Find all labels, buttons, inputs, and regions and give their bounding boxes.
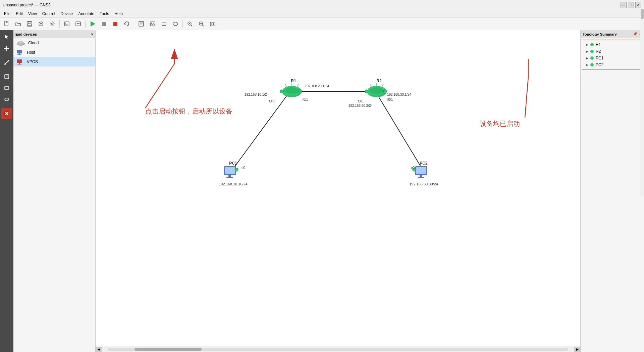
- svg-line-55: [379, 97, 423, 170]
- svg-rect-0: [5, 21, 8, 26]
- pc1-ip: 192.168.10.10/24: [219, 182, 248, 186]
- topo-label-r1: R1: [596, 42, 601, 47]
- add-link-tool[interactable]: [1, 57, 12, 68]
- new-button[interactable]: [1, 19, 12, 29]
- start-all-button[interactable]: [87, 19, 98, 29]
- svg-rect-73: [225, 167, 235, 174]
- topology-pin[interactable]: 📌: [633, 32, 638, 36]
- draw-ellipse-button[interactable]: [170, 19, 181, 29]
- open-button[interactable]: [13, 19, 23, 29]
- pc2-ip: 192.168.30.30/24: [409, 182, 438, 186]
- svg-point-33: [4, 63, 6, 65]
- router-r2[interactable]: [365, 83, 387, 97]
- menu-device[interactable]: Device: [58, 11, 76, 17]
- ellipse-tool[interactable]: [1, 94, 12, 105]
- svg-rect-32: [212, 22, 213, 23]
- svg-rect-74: [228, 175, 231, 177]
- hscroll-thumb[interactable]: [135, 348, 202, 351]
- toolbar: [0, 17, 644, 30]
- svg-point-46: [19, 41, 22, 44]
- minimize-button[interactable]: —: [621, 2, 627, 8]
- svg-rect-14: [113, 22, 117, 26]
- stop-device-tool[interactable]: [1, 108, 12, 119]
- r1-f00-label: f0/0: [269, 99, 275, 103]
- snapshot-button[interactable]: [36, 19, 46, 29]
- terminal-button[interactable]: [61, 19, 72, 29]
- draw-tool[interactable]: [1, 83, 12, 93]
- draw-rect-button[interactable]: [159, 19, 169, 29]
- annotation-start-devices: 点击启动按钮，启动所以设备: [145, 107, 232, 115]
- devices-close[interactable]: ×: [91, 32, 93, 36]
- pointer-tool[interactable]: [1, 32, 12, 42]
- menu-file[interactable]: File: [1, 11, 13, 17]
- svg-rect-78: [416, 167, 426, 174]
- screenshot-button[interactable]: [207, 19, 218, 29]
- canvas-scrollable: R1 192.168.20.1/24 f0/0 f0/1 192.168.10.…: [96, 30, 580, 346]
- save-button[interactable]: [24, 19, 35, 29]
- canvas-hscroll[interactable]: ◀ ▶: [96, 346, 580, 352]
- zoom-out-button[interactable]: [196, 19, 207, 29]
- close-button[interactable]: ✕: [635, 2, 641, 8]
- zoom-in-button[interactable]: [184, 19, 195, 29]
- topo-dot-pc2: [590, 63, 594, 67]
- svg-line-53: [232, 96, 287, 170]
- edit-notes-button[interactable]: [136, 19, 147, 29]
- pc2-port-label: e0: [411, 166, 415, 170]
- menu-control[interactable]: Control: [40, 11, 58, 17]
- svg-point-66: [370, 87, 383, 94]
- topo-item-r1[interactable]: ▶ R1: [584, 41, 641, 48]
- canvas-area[interactable]: R1 192.168.20.1/24 f0/0 f0/1 192.168.10.…: [96, 30, 580, 352]
- device-host-label: Host: [27, 50, 35, 55]
- svg-line-28: [202, 25, 204, 26]
- svg-rect-80: [418, 177, 424, 178]
- topo-dot-r2: [590, 50, 594, 53]
- svg-rect-47: [17, 50, 22, 53]
- svg-point-58: [285, 87, 299, 94]
- reload-button[interactable]: [121, 19, 132, 29]
- device-host[interactable]: Host: [13, 48, 95, 57]
- svg-rect-38: [5, 87, 9, 89]
- svg-rect-49: [17, 54, 21, 55]
- menu-edit[interactable]: Edit: [13, 11, 25, 17]
- menu-view[interactable]: View: [25, 11, 40, 17]
- menu-tools[interactable]: Tools: [97, 11, 112, 17]
- svg-rect-30: [210, 22, 215, 26]
- pause-all-button[interactable]: [99, 19, 109, 29]
- device-vpcs[interactable]: VPCS: [13, 57, 95, 67]
- pc2-device[interactable]: [413, 166, 427, 178]
- svg-rect-13: [104, 22, 106, 26]
- r1-ip-left: 192.168.10.1/24: [245, 93, 269, 96]
- topo-item-r2[interactable]: ▶ R2: [584, 48, 641, 55]
- title-bar: Unsaved project* — GNS3 — □ ✕: [0, 0, 644, 10]
- main-area: End devices × Cloud Host VPCS: [0, 30, 644, 352]
- sep3: [134, 20, 134, 28]
- menu-annotate[interactable]: Annotate: [75, 11, 97, 17]
- pc1-label: PC1: [229, 161, 237, 166]
- svg-line-67: [370, 84, 372, 87]
- svg-marker-11: [91, 21, 95, 27]
- pc1-device[interactable]: [224, 166, 238, 178]
- svg-line-69: [382, 84, 383, 87]
- topology-vscroll[interactable]: [640, 8, 644, 196]
- insert-image-button[interactable]: [147, 19, 158, 29]
- svg-rect-7: [64, 22, 69, 26]
- r1-f01-label: f0/1: [303, 98, 308, 101]
- maximize-button[interactable]: □: [628, 2, 634, 8]
- topo-label-pc2: PC2: [596, 62, 603, 67]
- r1-ip-top: 192.168.20.1/24: [305, 84, 329, 88]
- device-cloud[interactable]: Cloud: [13, 38, 95, 48]
- menu-help[interactable]: Help: [112, 11, 125, 17]
- svg-point-6: [52, 23, 53, 25]
- topo-item-pc2[interactable]: ▶ PC2: [584, 61, 641, 68]
- stop-all-button[interactable]: [110, 19, 121, 29]
- cmd-button[interactable]: [73, 19, 84, 29]
- note-tool[interactable]: [1, 71, 12, 82]
- prefs-button[interactable]: [47, 19, 58, 29]
- svg-rect-19: [150, 22, 155, 26]
- hscroll-track[interactable]: [108, 348, 568, 351]
- svg-rect-79: [420, 175, 422, 177]
- router-r1[interactable]: [280, 83, 302, 97]
- move-tool[interactable]: [1, 43, 12, 54]
- topo-item-pc1[interactable]: ▶ PC1: [584, 55, 641, 61]
- svg-rect-50: [17, 59, 22, 63]
